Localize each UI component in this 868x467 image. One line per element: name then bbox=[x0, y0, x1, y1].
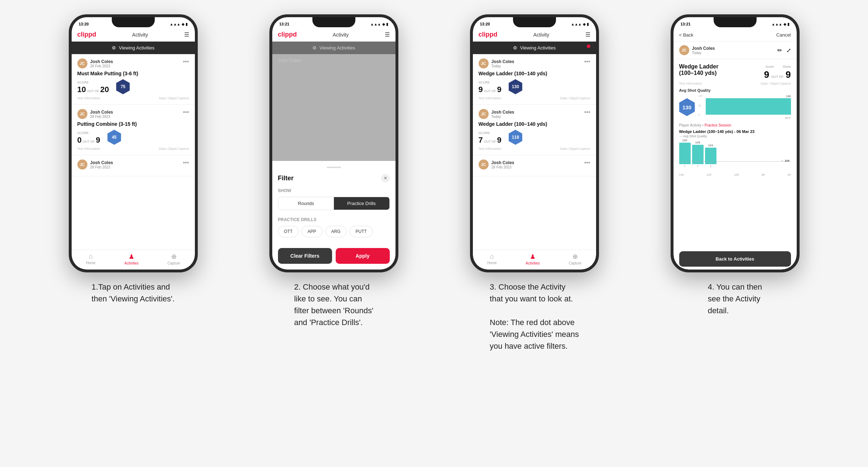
activity-card-2[interactable]: JC Josh Coles 28 Feb 2023 ••• Putting Co… bbox=[72, 105, 195, 155]
nav-activities-3[interactable]: ♟ Activities bbox=[526, 253, 539, 265]
app-title-1: Activity bbox=[132, 32, 148, 38]
viewing-banner-1[interactable]: ⚙ Viewing Activities bbox=[72, 42, 195, 54]
app-title-3: Activity bbox=[533, 32, 549, 38]
wedge-chart-title: Wedge Ladder (100–140 yds) - 06 Mar 23 bbox=[679, 129, 791, 134]
viewing-banner-3[interactable]: ⚙ Viewing Activities bbox=[473, 42, 596, 54]
back-activities-button[interactable]: Back to Activities bbox=[679, 251, 791, 267]
avatar-s3-3: JC bbox=[479, 159, 489, 170]
score-val-1: 10 bbox=[77, 85, 86, 94]
bar-group-1: 132 1 bbox=[679, 139, 691, 167]
chart-x-label: APP bbox=[785, 116, 791, 120]
activity-card-1[interactable]: JC Josh Coles 28 Feb 2023 ••• Must Make … bbox=[72, 54, 195, 105]
detail-content: Wedge Ladder(100–140 yds) Score Shots 9 … bbox=[673, 59, 797, 248]
card-header-s3-3: JC Josh Coles 28 Feb 2023 ••• bbox=[479, 159, 590, 170]
tab-practice-drills[interactable]: Practice Drills bbox=[334, 197, 389, 210]
expand-icon[interactable]: ⤢ bbox=[786, 47, 791, 54]
cancel-button-4[interactable]: Cancel bbox=[776, 32, 791, 38]
step-4: 13:21 ▲▲▲ ◈ ▮ < Back Cancel JC Josh Cole… bbox=[642, 14, 828, 316]
more-menu-1[interactable]: ••• bbox=[183, 58, 189, 65]
chart-y-axis: 140 120 100 80 60 bbox=[679, 172, 791, 176]
edit-icon[interactable]: ✏ bbox=[777, 47, 782, 54]
close-button[interactable]: ✕ bbox=[381, 174, 390, 182]
quality-val-s4: 130 bbox=[682, 104, 691, 110]
bar-label-3: 124 bbox=[708, 144, 713, 147]
bar-x-1: 1 bbox=[684, 165, 686, 167]
user-date-s3-2: Today bbox=[491, 115, 514, 119]
user-info-s3-2: JC Josh Coles Today bbox=[479, 109, 514, 119]
more-menu-s3-3[interactable]: ••• bbox=[584, 159, 590, 166]
score-value-row-s3-2: 7 OUT OF 9 bbox=[479, 135, 502, 145]
activity-card-s3-2[interactable]: JC Josh Coles Today ••• Wedge Ladder (10… bbox=[473, 105, 596, 155]
card-header-s3-1: JC Josh Coles Today ••• bbox=[479, 58, 590, 68]
pill-arg[interactable]: ARG bbox=[325, 226, 347, 237]
data-text-1: Data: Clippd Capture bbox=[159, 96, 189, 100]
out-of-2: OUT OF bbox=[83, 140, 95, 143]
filter-tabs: Rounds Practice Drills bbox=[278, 197, 390, 210]
more-menu-s3-2[interactable]: ••• bbox=[584, 109, 590, 115]
more-menu-2[interactable]: ••• bbox=[183, 109, 189, 115]
nav-home-3[interactable]: ⌂ Home bbox=[487, 253, 497, 265]
nav-capture-1[interactable]: ⊕ Capture bbox=[168, 253, 181, 265]
info-text-s3-1: Test Information bbox=[479, 96, 502, 100]
user-date-s3-3: 28 Feb 2023 bbox=[491, 165, 514, 169]
menu-icon-2[interactable]: ☰ bbox=[385, 31, 390, 38]
quality-val-s3-1: 130 bbox=[512, 84, 519, 89]
activity-card-s3-1[interactable]: JC Josh Coles Today ••• Wedge Ladder (10… bbox=[473, 54, 596, 105]
bar-group-2: 129 2 bbox=[692, 141, 704, 167]
nav-activities-1[interactable]: ♟ Activities bbox=[124, 253, 138, 265]
card-header-1: JC Josh Coles 28 Feb 2023 ••• bbox=[77, 58, 189, 68]
card-title-2: Putting Combine (3-15 ft) bbox=[77, 121, 189, 127]
phone-notch-3 bbox=[513, 17, 556, 27]
time-4: 13:21 bbox=[681, 22, 691, 26]
caption-1: 1.Tap on Activities andthen 'Viewing Act… bbox=[92, 281, 175, 305]
y-axis-label-60: 60 bbox=[788, 173, 791, 176]
pill-app[interactable]: APP bbox=[302, 226, 322, 237]
apply-button[interactable]: Apply bbox=[336, 248, 390, 264]
menu-icon-1[interactable]: ☰ bbox=[184, 31, 189, 38]
test-info-s4: Test Information bbox=[679, 82, 702, 85]
screen-3: 13:20 ▲▲▲ ◈ ▮ clippd Activity ☰ ⚙ Viewin… bbox=[473, 17, 596, 270]
nav-home-1[interactable]: ⌂ Home bbox=[86, 253, 96, 265]
shots-val-2: 9 bbox=[96, 135, 100, 145]
home-icon-3: ⌂ bbox=[490, 253, 494, 260]
detail-out-of: OUT OF bbox=[771, 75, 783, 78]
capture-label-3: Capture bbox=[569, 261, 582, 265]
bar-label-2: 129 bbox=[695, 141, 700, 144]
score-group-1: Score 10 OUT OF 20 bbox=[77, 81, 109, 94]
pill-ott[interactable]: OTT bbox=[278, 226, 299, 237]
y-0: 0 bbox=[699, 114, 703, 116]
user-text-s3-3: Josh Coles 28 Feb 2023 bbox=[491, 160, 514, 169]
signal-icon: ▲▲▲ bbox=[170, 22, 181, 26]
time-2: 13:21 bbox=[279, 22, 289, 26]
more-menu-3[interactable]: ••• bbox=[183, 159, 189, 166]
filter-icon-3: ⚙ bbox=[513, 45, 517, 51]
app-logo-1: clippd bbox=[77, 31, 96, 38]
user-date-1: 28 Feb 2023 bbox=[90, 64, 113, 68]
card-title-s3-2: Wedge Ladder (100–140 yds) bbox=[479, 121, 590, 127]
detail-user-row: JC Josh Coles Today ✏ ⤢ bbox=[673, 42, 797, 59]
shots-val-s3-2: 9 bbox=[497, 135, 502, 145]
tab-rounds[interactable]: Rounds bbox=[278, 197, 334, 210]
pill-putt[interactable]: PUTT bbox=[350, 226, 373, 237]
user-name-2: Josh Coles bbox=[90, 110, 113, 115]
score-col-label: Score bbox=[766, 65, 774, 68]
battery-icon-3: ▮ bbox=[587, 22, 589, 26]
clear-filters-button[interactable]: Clear Filters bbox=[278, 248, 332, 264]
score-label-2: Score bbox=[77, 131, 100, 135]
more-menu-s3-1[interactable]: ••• bbox=[584, 58, 590, 65]
menu-icon-3[interactable]: ☰ bbox=[585, 31, 590, 38]
back-button[interactable]: < Back bbox=[679, 32, 694, 38]
quality-hex-s3-2: 118 bbox=[509, 130, 522, 145]
nav-capture-3[interactable]: ⊕ Capture bbox=[569, 253, 582, 265]
ghost-user: Josh Coles bbox=[278, 58, 301, 63]
user-date-3: 28 Feb 2023 bbox=[90, 165, 113, 169]
activities-icon-3: ♟ bbox=[530, 253, 536, 261]
activities-label-1: Activities bbox=[124, 261, 138, 265]
wifi-icon-3: ◈ bbox=[583, 22, 586, 26]
activities-icon-1: ♟ bbox=[129, 253, 134, 261]
activity-card-s3-3[interactable]: JC Josh Coles 28 Feb 2023 ••• bbox=[473, 155, 596, 176]
info-text-2: Test Information bbox=[77, 147, 100, 151]
app-logo-2: clippd bbox=[278, 31, 297, 38]
activity-card-3[interactable]: JC Josh Coles 28 Feb 2023 ••• bbox=[72, 155, 195, 176]
avatar-s4: JC bbox=[679, 45, 689, 55]
